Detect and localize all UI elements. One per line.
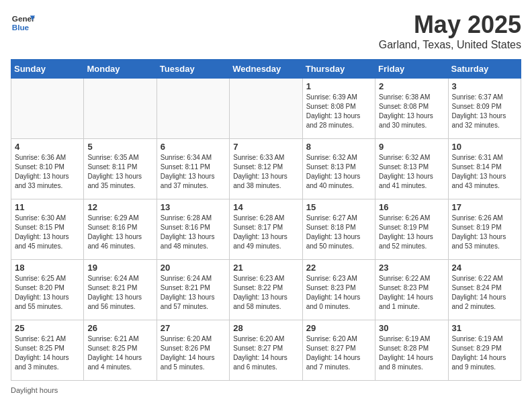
day-number: 28: [233, 323, 298, 333]
day-info: Sunrise: 6:20 AM Sunset: 8:27 PM Dayligh…: [233, 334, 298, 372]
calendar-cell: 8Sunrise: 6:32 AM Sunset: 8:13 PM Daylig…: [302, 139, 375, 199]
calendar-cell: 7Sunrise: 6:33 AM Sunset: 8:12 PM Daylig…: [230, 139, 302, 199]
calendar-cell: [11, 79, 84, 139]
location-subtitle: Garland, Texas, United States: [379, 39, 521, 51]
calendar-cell: [84, 79, 157, 139]
day-number: 4: [15, 142, 80, 152]
page-header: General Blue May 2025 Garland, Texas, Un…: [11, 11, 521, 51]
day-number: 3: [452, 81, 517, 91]
day-info: Sunrise: 6:39 AM Sunset: 8:08 PM Dayligh…: [306, 93, 371, 130]
day-number: 9: [379, 142, 444, 152]
day-number: 27: [161, 323, 226, 333]
day-info: Sunrise: 6:20 AM Sunset: 8:26 PM Dayligh…: [161, 334, 226, 372]
calendar-cell: 5Sunrise: 6:35 AM Sunset: 8:11 PM Daylig…: [84, 139, 157, 199]
day-number: 31: [452, 323, 517, 333]
day-number: 7: [233, 142, 298, 152]
day-info: Sunrise: 6:19 AM Sunset: 8:29 PM Dayligh…: [452, 334, 517, 372]
header-day-thursday: Thursday: [302, 60, 375, 79]
header-day-wednesday: Wednesday: [230, 60, 302, 79]
calendar-cell: 10Sunrise: 6:31 AM Sunset: 8:14 PM Dayli…: [448, 139, 521, 199]
day-info: Sunrise: 6:23 AM Sunset: 8:22 PM Dayligh…: [233, 274, 298, 312]
day-info: Sunrise: 6:19 AM Sunset: 8:28 PM Dayligh…: [379, 334, 444, 372]
day-info: Sunrise: 6:34 AM Sunset: 8:11 PM Dayligh…: [161, 153, 226, 191]
calendar-body: 1Sunrise: 6:39 AM Sunset: 8:08 PM Daylig…: [11, 79, 521, 381]
day-number: 23: [379, 263, 444, 273]
calendar-cell: 27Sunrise: 6:20 AM Sunset: 8:26 PM Dayli…: [157, 320, 229, 381]
day-info: Sunrise: 6:24 AM Sunset: 8:21 PM Dayligh…: [87, 274, 152, 312]
day-info: Sunrise: 6:22 AM Sunset: 8:24 PM Dayligh…: [452, 274, 517, 312]
day-number: 21: [233, 263, 298, 273]
day-number: 6: [161, 142, 226, 152]
day-info: Sunrise: 6:36 AM Sunset: 8:10 PM Dayligh…: [15, 153, 80, 191]
day-info: Sunrise: 6:29 AM Sunset: 8:16 PM Dayligh…: [87, 214, 152, 251]
day-info: Sunrise: 6:35 AM Sunset: 8:11 PM Dayligh…: [87, 153, 152, 191]
day-info: Sunrise: 6:26 AM Sunset: 8:19 PM Dayligh…: [452, 214, 517, 251]
day-number: 12: [87, 202, 152, 212]
logo: General Blue: [11, 11, 35, 35]
day-number: 14: [233, 202, 298, 212]
logo-icon: General Blue: [11, 11, 35, 35]
title-block: May 2025 Garland, Texas, United States: [379, 11, 521, 51]
day-number: 24: [452, 263, 517, 273]
calendar-cell: 6Sunrise: 6:34 AM Sunset: 8:11 PM Daylig…: [157, 139, 229, 199]
day-number: 8: [306, 142, 371, 152]
day-number: 15: [306, 202, 371, 212]
calendar-cell: 19Sunrise: 6:24 AM Sunset: 8:21 PM Dayli…: [84, 260, 157, 320]
calendar-cell: 24Sunrise: 6:22 AM Sunset: 8:24 PM Dayli…: [448, 260, 521, 320]
calendar-cell: 31Sunrise: 6:19 AM Sunset: 8:29 PM Dayli…: [448, 320, 521, 381]
svg-text:Blue: Blue: [12, 23, 30, 32]
calendar-cell: 13Sunrise: 6:28 AM Sunset: 8:16 PM Dayli…: [157, 199, 229, 260]
day-info: Sunrise: 6:31 AM Sunset: 8:14 PM Dayligh…: [452, 153, 517, 191]
calendar-cell: 28Sunrise: 6:20 AM Sunset: 8:27 PM Dayli…: [230, 320, 302, 381]
day-number: 1: [306, 81, 371, 91]
day-info: Sunrise: 6:32 AM Sunset: 8:13 PM Dayligh…: [379, 153, 444, 191]
header-day-sunday: Sunday: [11, 60, 84, 79]
header-day-tuesday: Tuesday: [157, 60, 229, 79]
day-number: 25: [15, 323, 80, 333]
calendar-cell: 15Sunrise: 6:27 AM Sunset: 8:18 PM Dayli…: [302, 199, 375, 260]
day-number: 13: [161, 202, 226, 212]
day-info: Sunrise: 6:21 AM Sunset: 8:25 PM Dayligh…: [87, 334, 152, 372]
day-info: Sunrise: 6:27 AM Sunset: 8:18 PM Dayligh…: [306, 214, 371, 251]
calendar-cell: 9Sunrise: 6:32 AM Sunset: 8:13 PM Daylig…: [375, 139, 448, 199]
calendar-cell: 1Sunrise: 6:39 AM Sunset: 8:08 PM Daylig…: [302, 79, 375, 139]
day-info: Sunrise: 6:32 AM Sunset: 8:13 PM Dayligh…: [306, 153, 371, 191]
day-number: 10: [452, 142, 517, 152]
day-info: Sunrise: 6:22 AM Sunset: 8:23 PM Dayligh…: [379, 274, 444, 312]
day-info: Sunrise: 6:37 AM Sunset: 8:09 PM Dayligh…: [452, 93, 517, 130]
header-day-saturday: Saturday: [448, 60, 521, 79]
day-info: Sunrise: 6:28 AM Sunset: 8:17 PM Dayligh…: [233, 214, 298, 251]
day-info: Sunrise: 6:24 AM Sunset: 8:21 PM Dayligh…: [161, 274, 226, 312]
calendar-cell: 17Sunrise: 6:26 AM Sunset: 8:19 PM Dayli…: [448, 199, 521, 260]
calendar-cell: 12Sunrise: 6:29 AM Sunset: 8:16 PM Dayli…: [84, 199, 157, 260]
day-number: 30: [379, 323, 444, 333]
calendar-cell: 20Sunrise: 6:24 AM Sunset: 8:21 PM Dayli…: [157, 260, 229, 320]
header-row: SundayMondayTuesdayWednesdayThursdayFrid…: [11, 60, 521, 79]
calendar-cell: 29Sunrise: 6:20 AM Sunset: 8:27 PM Dayli…: [302, 320, 375, 381]
calendar-table: SundayMondayTuesdayWednesdayThursdayFrid…: [11, 59, 521, 381]
calendar-cell: 4Sunrise: 6:36 AM Sunset: 8:10 PM Daylig…: [11, 139, 84, 199]
day-info: Sunrise: 6:28 AM Sunset: 8:16 PM Dayligh…: [161, 214, 226, 251]
calendar-cell: 11Sunrise: 6:30 AM Sunset: 8:15 PM Dayli…: [11, 199, 84, 260]
calendar-week-3: 18Sunrise: 6:25 AM Sunset: 8:20 PM Dayli…: [11, 260, 521, 320]
calendar-header: SundayMondayTuesdayWednesdayThursdayFrid…: [11, 60, 521, 79]
svg-text:General: General: [12, 14, 35, 23]
calendar-cell: 2Sunrise: 6:38 AM Sunset: 8:08 PM Daylig…: [375, 79, 448, 139]
day-number: 11: [15, 202, 80, 212]
day-info: Sunrise: 6:38 AM Sunset: 8:08 PM Dayligh…: [379, 93, 444, 130]
day-number: 5: [87, 142, 152, 152]
calendar-week-2: 11Sunrise: 6:30 AM Sunset: 8:15 PM Dayli…: [11, 199, 521, 260]
header-day-monday: Monday: [84, 60, 157, 79]
calendar-week-4: 25Sunrise: 6:21 AM Sunset: 8:25 PM Dayli…: [11, 320, 521, 381]
day-info: Sunrise: 6:23 AM Sunset: 8:23 PM Dayligh…: [306, 274, 371, 312]
day-number: 17: [452, 202, 517, 212]
calendar-cell: 26Sunrise: 6:21 AM Sunset: 8:25 PM Dayli…: [84, 320, 157, 381]
calendar-cell: [230, 79, 302, 139]
day-number: 16: [379, 202, 444, 212]
calendar-cell: 22Sunrise: 6:23 AM Sunset: 8:23 PM Dayli…: [302, 260, 375, 320]
day-info: Sunrise: 6:26 AM Sunset: 8:19 PM Dayligh…: [379, 214, 444, 251]
month-title: May 2025: [379, 11, 521, 39]
calendar-cell: 25Sunrise: 6:21 AM Sunset: 8:25 PM Dayli…: [11, 320, 84, 381]
day-number: 22: [306, 263, 371, 273]
day-number: 20: [161, 263, 226, 273]
